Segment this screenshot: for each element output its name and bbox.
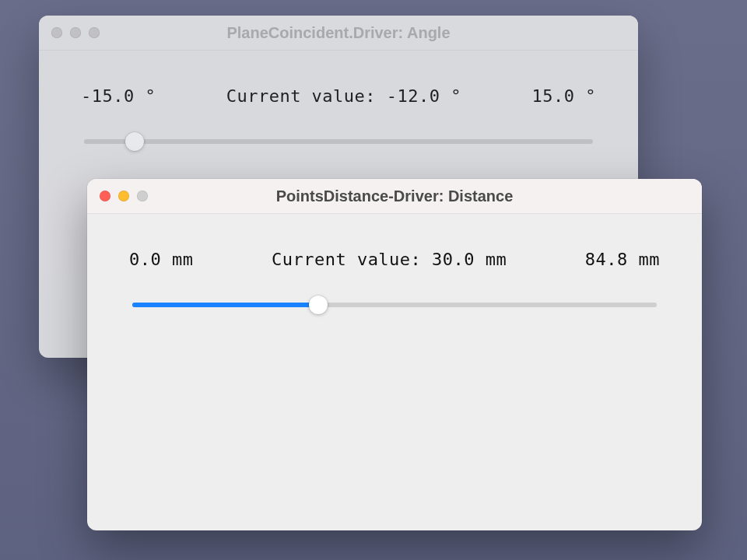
content: 0.0 mm Current value: 30.0 mm 84.8 mm	[87, 214, 702, 314]
min-value-label: -15.0 °	[81, 86, 156, 106]
max-value-label: 15.0 °	[532, 86, 596, 106]
slider-labels: -15.0 ° Current value: -12.0 ° 15.0 °	[81, 86, 596, 106]
titlebar[interactable]: PlaneCoincident.Driver: Angle	[39, 16, 638, 51]
window-title: PointsDistance-Driver: Distance	[87, 187, 702, 205]
window-title: PlaneCoincident.Driver: Angle	[39, 24, 638, 42]
angle-slider[interactable]	[84, 132, 593, 151]
distance-driver-window: PointsDistance-Driver: Distance 0.0 mm C…	[87, 179, 702, 530]
window-controls	[51, 27, 100, 38]
current-value-label: Current value: -12.0 °	[156, 86, 531, 106]
slider-thumb[interactable]	[125, 132, 144, 151]
minimize-icon[interactable]	[118, 191, 129, 201]
slider-labels: 0.0 mm Current value: 30.0 mm 84.8 mm	[129, 250, 660, 269]
current-value-label: Current value: 30.0 mm	[193, 250, 584, 269]
slider-track	[84, 139, 593, 144]
slider-thumb[interactable]	[309, 296, 328, 314]
zoom-icon[interactable]	[89, 27, 100, 38]
close-icon[interactable]	[100, 191, 110, 201]
content: -15.0 ° Current value: -12.0 ° 15.0 °	[39, 51, 638, 151]
window-controls	[100, 191, 148, 201]
max-value-label: 84.8 mm	[585, 250, 660, 269]
zoom-icon[interactable]	[137, 191, 148, 201]
slider-fill	[132, 303, 318, 307]
close-icon[interactable]	[51, 27, 62, 38]
minimize-icon[interactable]	[70, 27, 81, 38]
min-value-label: 0.0 mm	[129, 250, 193, 269]
distance-slider[interactable]	[132, 296, 657, 314]
titlebar[interactable]: PointsDistance-Driver: Distance	[87, 179, 702, 214]
